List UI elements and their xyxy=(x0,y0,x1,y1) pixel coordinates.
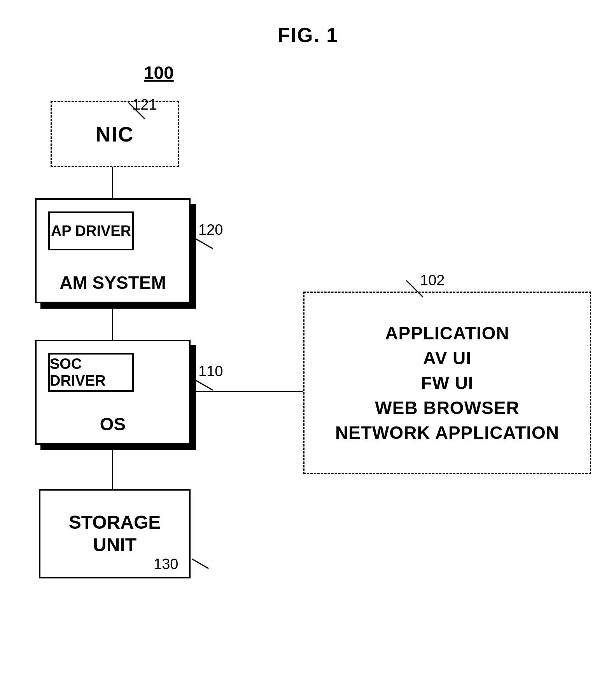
app-line-5: NETWORK APPLICATION xyxy=(335,422,559,443)
am-system-label: AM SYSTEM xyxy=(37,272,189,293)
label-102: 102 xyxy=(420,272,444,289)
nic-box: NIC xyxy=(51,101,179,167)
ap-driver-box: AP DRIVER xyxy=(48,211,134,250)
soc-driver-label: SOC DRIVER xyxy=(50,356,132,389)
app-line-3: FW UI xyxy=(421,372,473,393)
diagram-container: FIG. 1 100 NIC 121 AP DRIVER AM SYSTEM 1… xyxy=(0,0,616,697)
app-line-4: WEB BROWSER xyxy=(375,397,519,418)
label-110: 110 xyxy=(198,363,223,380)
application-inner: APPLICATION AV UI FW UI WEB BROWSER NETW… xyxy=(335,323,559,443)
line-am-os xyxy=(112,309,113,340)
ap-driver-label: AP DRIVER xyxy=(51,223,131,239)
storage-label: STORAGEUNIT xyxy=(69,511,161,556)
application-box: APPLICATION AV UI FW UI WEB BROWSER NETW… xyxy=(303,292,591,474)
line-os-app xyxy=(191,391,304,392)
figure-title: FIG. 1 xyxy=(278,23,338,47)
os-label: OS xyxy=(37,414,189,435)
line-os-storage xyxy=(112,450,113,489)
leader-line-130 xyxy=(191,558,209,569)
label-100: 100 xyxy=(144,62,174,83)
nic-label: NIC xyxy=(96,122,134,146)
line-nic-am xyxy=(112,167,113,198)
label-120: 120 xyxy=(198,222,223,238)
am-system-outer: AP DRIVER AM SYSTEM xyxy=(35,198,191,303)
app-line-1: APPLICATION xyxy=(385,323,509,344)
label-130: 130 xyxy=(154,556,178,573)
am-box: AP DRIVER AM SYSTEM xyxy=(35,198,191,303)
app-line-2: AV UI xyxy=(423,348,471,369)
os-box: SOC DRIVER OS xyxy=(35,340,191,445)
soc-driver-box: SOC DRIVER xyxy=(48,353,134,392)
os-outer: SOC DRIVER OS xyxy=(35,340,191,445)
